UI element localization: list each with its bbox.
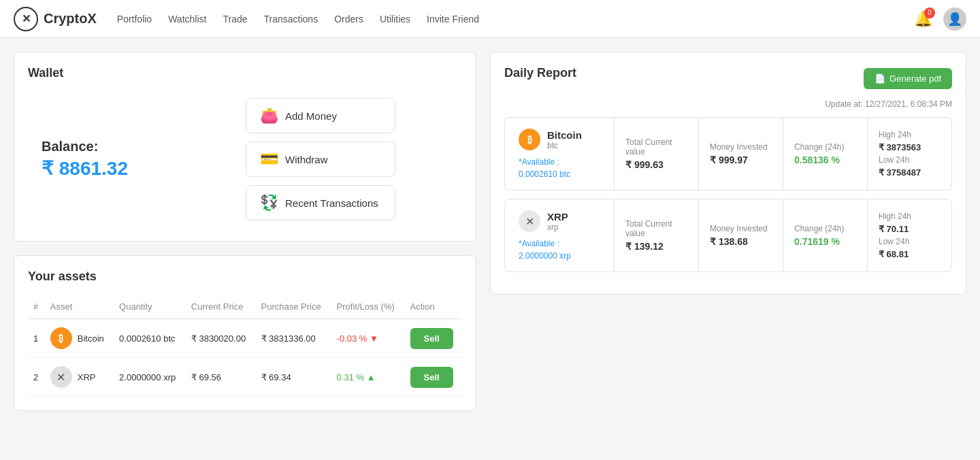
nav-transactions[interactable]: Transactions [264,14,318,24]
row-action: Sell [405,358,462,397]
btc-change-value: 0.58136 % [794,154,856,165]
xrp-change-label: Change (24h) [794,224,856,233]
row-quantity: 0.0002610 btc [114,319,186,358]
btc-total-label: Total Current value [625,137,687,157]
coin-info-btc: ₿ Bitcoin btc *Available : 0.0002610 btc [505,118,614,190]
update-time: Update at: 12/27/2021, 6:08:34 PM [504,99,952,109]
user-avatar[interactable]: 👤 [943,7,966,31]
sell-button-xrp[interactable]: Sell [410,367,453,388]
xrp-money-invested: Money Invested ₹ 138.68 [698,199,783,272]
bitcoin-report-icon: ₿ [519,129,540,150]
daily-report-card: Daily Report 📄 Generate pdf Update at: 1… [490,52,966,295]
row-asset: ✕ XRP [45,358,114,397]
wallet-card: Wallet Balance: ₹ 8861.32 👛 Add Money 💳 [14,52,476,242]
xrp-available-qty: 2.0000000 xrp [519,251,571,261]
add-money-icon: 👛 [260,107,278,125]
btc-low-value: ₹ 3758487 [879,167,941,178]
add-money-label: Add Money [285,110,337,122]
profit-loss-value: 0.31 % ▲ [337,372,376,382]
right-panel: Daily Report 📄 Generate pdf Update at: 1… [490,52,966,425]
btc-total-current: Total Current value ₹ 999.63 [614,118,698,190]
balance-value: 8861.32 [59,158,128,179]
balance-amount: ₹ 8861.32 [42,157,128,180]
notification-badge: 0 [924,7,935,18]
xrp-high-value: ₹ 70.11 [879,224,941,234]
notification-bell[interactable]: 🔔 0 [914,10,932,28]
brand-name: CryptoX [44,11,97,27]
col-quantity: Quantity [114,295,186,319]
xrp-low-label: Low 24h [879,237,941,246]
row-num: 1 [28,319,45,358]
nav-links: Portfolio Watchlist Trade Transactions O… [117,14,894,24]
asset-cell-xrp: ✕ XRP [50,366,108,388]
navbar: ✕ CryptoX Portfolio Watchlist Trade Tran… [0,0,980,38]
xrp-low-value: ₹ 68.81 [879,249,941,259]
btc-high-low: High 24h ₹ 3873563 Low 24h ₹ 3758487 [867,118,951,190]
row-quantity: 2.0000000 xrp [114,358,186,397]
xrp-total-value: ₹ 139.12 [625,241,687,252]
col-purchase-price: Purchase Price [256,295,331,319]
xrp-total-label: Total Current value [625,219,687,238]
recent-transactions-label: Recent Transactions [285,197,378,209]
row-current-price: ₹ 3830020.00 [186,319,256,358]
balance-label: Balance: [42,139,98,154]
btc-total-value: ₹ 999.63 [625,159,687,170]
nav-portfolio[interactable]: Portfolio [117,14,152,24]
generate-pdf-button[interactable]: 📄 Generate pdf [864,68,952,89]
row-asset: ₿ Bitcoin [45,319,114,358]
asset-cell-btc: ₿ Bitcoin [50,327,108,349]
btc-change-label: Change (24h) [794,142,856,152]
btc-available-qty: 0.0002610 btc [519,169,570,179]
row-action: Sell [405,319,462,358]
xrp-name: XRP [547,211,568,223]
wallet-actions: 👛 Add Money 💳 Withdraw 💱 Recent Transact… [232,91,462,227]
coin-name-btc: Bitcoin btc [547,129,582,150]
report-header: Daily Report 📄 Generate pdf [504,66,952,91]
recent-transactions-icon: 💱 [260,194,278,212]
xrp-available: *Available : [519,239,559,248]
nav-watchlist[interactable]: Watchlist [168,14,206,24]
btc-invested-value: ₹ 999.97 [710,154,772,165]
col-num: # [28,295,45,319]
wallet-balance-section: Balance: ₹ 8861.32 [28,91,232,227]
col-action: Action [405,295,462,319]
nav-trade[interactable]: Trade [223,14,247,24]
btc-high-label: High 24h [879,130,941,139]
pdf-icon: 📄 [875,73,885,84]
row-current-price: ₹ 69.56 [186,358,256,397]
row-profit-loss: -0.03 % ▼ [331,319,405,358]
nav-utilities[interactable]: Utilities [380,14,410,24]
xrp-high-low: High 24h ₹ 70.11 Low 24h ₹ 68.81 [867,199,951,272]
xrp-report-icon: ✕ [519,210,540,232]
coin-top-xrp: ✕ XRP xrp [519,210,568,232]
wallet-title: Wallet [28,66,462,80]
add-money-button[interactable]: 👛 Add Money [246,98,395,133]
xrp-change: Change (24h) 0.71619 % [783,199,867,272]
nav-actions: 🔔 0 👤 [914,7,966,31]
btc-invested-label: Money Invested [710,142,772,152]
row-purchase-price: ₹ 69.34 [256,358,331,397]
xrp-high-label: High 24h [879,212,941,221]
coin-name-xrp: XRP xrp [547,211,568,232]
withdraw-button[interactable]: 💳 Withdraw [246,142,395,177]
recent-transactions-button[interactable]: 💱 Recent Transactions [246,185,395,220]
assets-card: Your assets # Asset Quantity Current Pri… [14,255,476,411]
coin-report-row-btc: ₿ Bitcoin btc *Available : 0.0002610 btc… [504,117,952,191]
nav-invite-friend[interactable]: Invite Friend [427,14,479,24]
asset-name-btc: Bitcoin [78,333,104,344]
nav-orders[interactable]: Orders [334,14,363,24]
row-profit-loss: 0.31 % ▲ [331,358,405,397]
col-asset: Asset [45,295,114,319]
sell-button-btc[interactable]: Sell [410,328,453,349]
withdraw-icon: 💳 [260,150,278,168]
col-profit-loss: Profit/Loss (%) [331,295,405,319]
asset-name-xrp: XRP [78,372,96,382]
coin-report-row-xrp: ✕ XRP xrp *Available : 2.0000000 xrp Tot… [504,199,952,272]
wallet-inner: Balance: ₹ 8861.32 👛 Add Money 💳 Withdra… [28,91,462,227]
brand-logo-area[interactable]: ✕ CryptoX [14,7,97,31]
profit-loss-value: -0.03 % ▼ [337,333,378,344]
row-num: 2 [28,358,45,397]
daily-report-title: Daily Report [504,66,576,80]
table-row: 1 ₿ Bitcoin 0.0002610 btc ₹ 3830020.00 ₹… [28,319,462,358]
xrp-symbol: xrp [547,223,568,232]
